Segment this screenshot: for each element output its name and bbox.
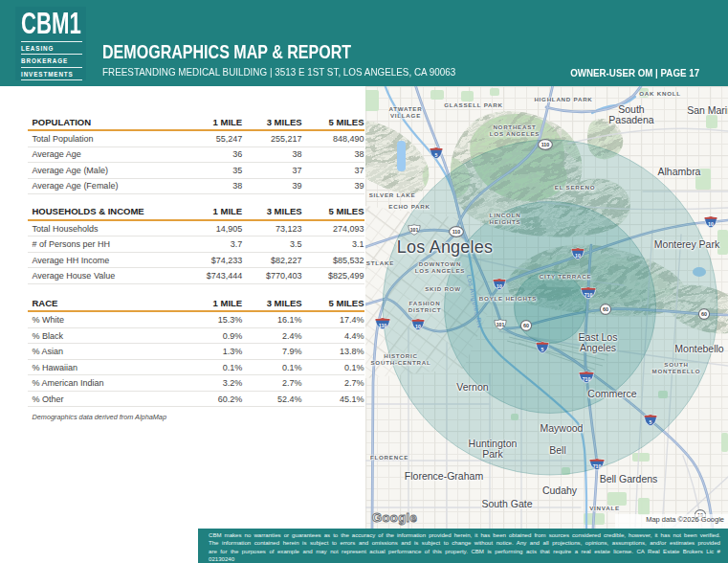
map-label-monterey-park: Monterey Park: [654, 239, 719, 250]
column-header-1mile: 1 MILE: [171, 298, 242, 308]
map-label-maywood: Maywood: [540, 423, 584, 434]
value-3miles: $770,403: [242, 271, 301, 281]
value-1mile: 36: [171, 149, 242, 159]
map-label-florence-graham: Florence-Graham: [405, 471, 483, 482]
row-label: # of Persons per HH: [28, 239, 171, 249]
disclaimer-line: The information contained herein is subj…: [209, 539, 720, 547]
disclaimer-line: CBM makes no warranties or guarantees as…: [209, 531, 720, 539]
row-label: % White: [28, 315, 171, 325]
value-1mile: 3.2%: [171, 378, 242, 388]
value-5miles: 4.4%: [302, 331, 364, 341]
map-label-vinvale: VINVALE: [589, 506, 620, 512]
google-watermark: Google: [372, 511, 417, 525]
logo-division: BROKERAGE: [21, 55, 82, 67]
disclaimer-band: CBM makes no warranties or guarantees as…: [198, 529, 728, 563]
table-section: HOUSEHOLDS & INCOME 1 MILE 3 MILES 5 MIL…: [28, 204, 364, 284]
row-label: Total Households: [28, 224, 171, 234]
map-label-silver-lake: SILVER LAKE: [369, 192, 416, 199]
map-label-huntington-park: Huntington Park: [469, 439, 518, 461]
map-label-historic-south-central: HISTORIC SOUTH-CENTRAL: [370, 353, 430, 366]
table-row: % Black 0.9% 2.4% 4.4%: [28, 328, 364, 345]
map-label-alhambra: Alhambra: [658, 167, 701, 177]
table-row: % Other 60.2% 52.4% 45.1%: [28, 392, 364, 408]
map-label-los-angeles: Los Angeles: [397, 238, 493, 257]
row-label: % Asian: [28, 347, 171, 356]
value-5miles: 45.1%: [302, 394, 364, 404]
table-row: % White 15.3% 16.1% 17.4%: [28, 312, 364, 328]
row-label: % Hawaiian: [28, 363, 171, 372]
map-label-east-los-angeles: East Los Angeles: [579, 332, 618, 354]
value-1mile: 38: [171, 181, 242, 191]
value-3miles: 38: [242, 149, 301, 159]
map-attribution: Map data ©2026 Google: [646, 515, 724, 524]
map-label-bell: Bell: [549, 445, 566, 456]
page-title: DEMOGRAPHICS MAP & REPORT: [102, 41, 351, 63]
value-3miles: $82,227: [242, 256, 301, 265]
column-header-3miles: 3 MILES: [242, 117, 301, 127]
value-5miles: 0.1%: [302, 363, 364, 372]
value-1mile: 0.9%: [171, 331, 242, 341]
table-rows: % White 15.3% 16.1% 17.4% % Black 0.9% 2…: [28, 312, 364, 407]
column-header-3miles: 3 MILES: [242, 206, 301, 216]
value-5miles: $825,499: [302, 271, 364, 281]
table-row: Average House Value $743,444 $770,403 $8…: [28, 268, 364, 284]
value-3miles: 255,217: [242, 134, 301, 144]
row-label: Average House Value: [28, 271, 171, 281]
map-label-commerce: Commerce: [587, 389, 636, 399]
row-label: % American Indian: [28, 378, 171, 388]
map-label-south-gate: South Gate: [481, 499, 532, 509]
disclaimer-line: are for the purposes of example and may …: [209, 548, 720, 555]
map-label-montebello: Montebello: [674, 344, 723, 354]
value-5miles: 39: [302, 181, 364, 191]
table-section: RACE 1 MILE 3 MILES 5 MILES % White 15.3…: [28, 295, 364, 407]
section-title: RACE: [28, 298, 171, 308]
table-section: POPULATION 1 MILE 3 MILES 5 MILES Total …: [28, 114, 364, 194]
value-3miles: 16.1%: [242, 315, 301, 325]
value-3miles: 7.9%: [242, 347, 301, 356]
table-row: Average Age (Female) 38 39 39: [28, 179, 364, 195]
map-label-oak-knoll: OAK KNOLL: [639, 91, 681, 98]
section-title: POPULATION: [28, 117, 171, 127]
row-label: Average HH Income: [28, 256, 171, 265]
value-5miles: $85,532: [302, 256, 364, 265]
page-ref: OWNER-USER OM | PAGE 17: [570, 67, 699, 79]
table-section-header: HOUSEHOLDS & INCOME 1 MILE 3 MILES 5 MIL…: [28, 204, 364, 219]
value-3miles: 37: [242, 166, 301, 175]
value-1mile: 15.3%: [171, 315, 242, 325]
map[interactable]: 5551101010101071071071010110111011060606…: [365, 86, 728, 529]
map-label-downtown-los-angeles: DOWNTOWN LOS ANGELES: [415, 261, 465, 274]
column-header-5miles: 5 MILES: [302, 298, 364, 308]
map-label-echo-park: ECHO PARK: [388, 204, 430, 211]
logo-brand: CBM1: [21, 7, 65, 41]
map-label-boyle-heights: BOYLE HEIGHTS: [479, 296, 537, 303]
table-row: Average Age 36 38 38: [28, 147, 364, 164]
value-5miles: 13.8%: [302, 347, 364, 356]
cbm1-logo: CBM1 LEASINGBROKERAGEINVESTMENTS: [15, 7, 86, 80]
value-3miles: 52.4%: [242, 394, 301, 404]
map-label-florence: FLORENCE: [370, 455, 408, 462]
section-title: HOUSEHOLDS & INCOME: [28, 206, 171, 216]
table-row: % Hawaiian 0.1% 0.1% 0.1%: [28, 360, 364, 376]
map-label-highland-park: HIGHLAND PARK: [534, 97, 592, 103]
map-label-lincoln-heights: LINCOLN HEIGHTS: [490, 213, 521, 225]
column-header-5miles: 5 MILES: [302, 117, 364, 127]
tables: POPULATION 1 MILE 3 MILES 5 MILES Total …: [28, 114, 364, 407]
value-5miles: 848,490: [302, 134, 364, 144]
column-header-1mile: 1 MILE: [171, 117, 242, 127]
table-row: # of Persons per HH 3.7 3.5 3.1: [28, 236, 364, 253]
map-labels: Los AngelesSouth PasadenaSan MarinoAlham…: [365, 86, 728, 529]
map-label-fashion-district: FASHION DISTRICT: [408, 301, 442, 313]
column-header-5miles: 5 MILES: [302, 206, 364, 216]
map-label-south-montebello: SOUTH MONTEBELLO: [652, 362, 701, 374]
table-row: % Asian 1.3% 7.9% 13.8%: [28, 344, 364, 360]
demographics-panel: POPULATION 1 MILE 3 MILES 5 MILES Total …: [0, 86, 365, 529]
table-section-header: POPULATION 1 MILE 3 MILES 5 MILES: [28, 114, 364, 129]
table-section-header: RACE 1 MILE 3 MILES 5 MILES: [28, 295, 364, 310]
value-1mile: 55,247: [171, 134, 242, 144]
value-3miles: 3.5: [242, 239, 301, 249]
map-label-el-sereno: EL SERENO: [555, 185, 595, 191]
table-row: Total Households 14,905 73,123 274,093: [28, 221, 364, 237]
value-3miles: 0.1%: [242, 363, 301, 372]
row-label: Average Age (Male): [28, 166, 171, 175]
row-label: % Other: [28, 394, 171, 404]
